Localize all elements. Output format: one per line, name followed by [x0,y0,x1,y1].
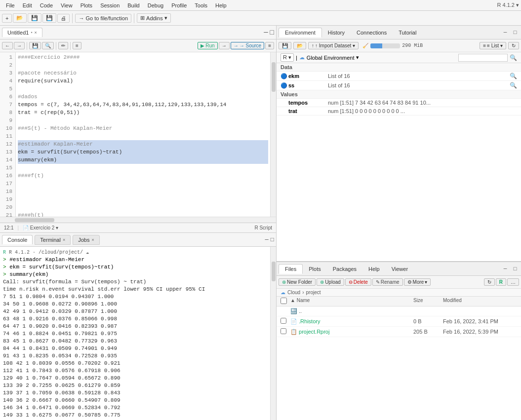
editor-scrollbar[interactable] [270,52,276,217]
console-content[interactable]: R R 4.1.2 · /cloud/project/ ☁ > #estimad… [0,247,276,420]
console-scroll-thumb[interactable] [272,262,276,281]
env-tab-tutorial[interactable]: Tutorial [393,28,422,37]
env-search-input[interactable] [458,54,508,62]
files-r-icon-button[interactable]: R [496,278,506,286]
files-tab-files[interactable]: Files [279,264,303,274]
ekm-search-icon[interactable]: 🔍 [510,73,517,79]
files-tab-help[interactable]: Help [362,265,386,273]
jobs-tab-close-icon[interactable]: × [91,237,94,242]
rproj-check[interactable] [281,328,290,335]
goto-file-button[interactable]: → Go to file/function [75,14,131,23]
rproj-link[interactable]: 📋 project.Rproj [290,329,413,335]
menu-session[interactable]: Session [96,1,123,9]
rename-button[interactable]: ✎ Rename [372,278,403,286]
upload-button[interactable]: ⊕ Upload [317,278,344,286]
rproj-icon: 📋 [290,329,297,335]
console-maximize-icon[interactable]: □ [271,236,274,243]
addins-button[interactable]: ⊞ Addins ▾ [137,13,171,23]
editor-menu-button[interactable]: ≡ [265,42,274,49]
env-tab-connections[interactable]: Connections [351,28,393,37]
files-refresh-button[interactable]: ↻ [484,278,495,286]
editor-content[interactable]: 12345678910111213141516171819202122 ####… [0,52,276,217]
r-scope-button[interactable]: R ▾ [281,53,294,62]
print-button[interactable]: 🖨 [57,14,70,23]
files-minimize-icon[interactable]: ─ [501,265,509,273]
terminal-tab-label: Terminal [40,237,61,243]
import-dataset-button[interactable]: ↑ ↑ Import Dataset ▾ [308,42,359,49]
broom-icon: 🧹 [362,43,368,49]
menu-build[interactable]: Build [123,1,143,9]
menu-help[interactable]: Help [211,1,231,9]
horizontal-scrollbar[interactable] [0,217,276,223]
console-scrollbar[interactable] [270,247,276,420]
header-checkbox[interactable] [281,298,287,304]
code-tools-button[interactable]: ✏ [58,42,68,49]
scroll-thumb[interactable] [272,62,276,92]
list-button[interactable]: ≡ [73,42,81,49]
editor-tab-untitled1[interactable]: Untitled1 • × [2,28,42,37]
run-button[interactable]: ▶ Run [198,42,218,49]
new-file-button[interactable]: + [2,14,12,23]
memory-display: 🧹 290 MiB [362,43,423,49]
editor-tab-close-icon[interactable]: × [35,30,37,35]
save-all-icon: 💾 [46,15,53,21]
source-button[interactable]: → → Source [231,42,264,49]
menu-tools[interactable]: Tools [191,1,211,9]
menu-debug[interactable]: Debug [144,1,167,9]
env-search-icon[interactable]: 🔍 [510,54,517,61]
console-output-line: 84 44 1 0.8431 0.0509 0.74901 0.949 [3,345,273,352]
undo-button[interactable]: ← [2,42,13,49]
files-tab-plots[interactable]: Plots [303,265,326,273]
ss-search-icon[interactable]: 🔍 [510,82,517,89]
trat-type: num [1:51] 0 0 0 0 0 0 0 0 0 0 ... [328,108,517,114]
delete-button[interactable]: ⊖ Delete [345,278,371,286]
files-tab-viewer[interactable]: Viewer [386,265,414,273]
trat-name: trat [288,108,328,114]
menu-code[interactable]: Code [36,1,57,9]
continue-button[interactable]: → [219,42,230,49]
console-path: R R 4.1.2 · /cloud/project/ ☁ [3,249,273,256]
save-button[interactable]: 💾 [28,13,41,23]
parent-folder-link[interactable]: 🔙 .. [290,308,413,314]
rproj-checkbox[interactable] [281,328,286,334]
console-tab-terminal[interactable]: Terminal × [35,235,71,245]
open-file-button[interactable]: 📂 [13,13,27,23]
parent-folder-icon: 🔙 [290,308,297,314]
console-tab-console[interactable]: Console [2,235,33,244]
env-tab-environment[interactable]: Environment [279,28,322,38]
terminal-tab-close-icon[interactable]: × [63,237,65,242]
files-maximize-icon[interactable]: □ [511,265,519,273]
menu-plots[interactable]: Plots [77,1,96,9]
editor-maximize-icon[interactable]: □ [270,29,274,37]
save-editor-button[interactable]: 💾 [29,42,41,49]
env-list-button[interactable]: ≡ ≡ List ▾ [480,42,506,49]
redo-button[interactable]: → [14,42,25,49]
rhistory-link[interactable]: 📄 .Rhistory [290,318,413,325]
env-maximize-icon[interactable]: □ [511,29,519,37]
env-save-button[interactable]: 💾 [279,42,291,49]
console-tab-jobs[interactable]: Jobs × [73,235,100,245]
menu-file[interactable]: File [2,1,19,9]
files-tab-packages[interactable]: Packages [327,265,362,273]
more-button[interactable]: ⚙ More ▾ [404,278,431,286]
console-cmd-3: > summary(ekm) [3,271,273,278]
env-minimize-icon[interactable]: ─ [501,29,509,37]
rhistory-checkbox[interactable] [281,318,286,324]
env-load-button[interactable]: 📂 [293,42,306,49]
tab-modified-dot: • [31,30,32,35]
menu-edit[interactable]: Edit [19,1,36,9]
rhistory-check[interactable] [281,318,290,325]
env-tab-history[interactable]: History [322,28,351,37]
code-lines[interactable]: ####Exercício 2#####pacote necessárioreq… [16,52,270,217]
menu-view[interactable]: View [57,1,77,9]
env-refresh-button[interactable]: ↻ [508,42,519,49]
console-minimize-icon[interactable]: ─ [265,236,269,243]
files-menu-button[interactable]: … [507,278,519,286]
new-folder-button[interactable]: ⊕ New Folder [279,278,316,286]
find-button[interactable]: 🔍 [42,42,54,49]
save-all-button[interactable]: 💾 [42,13,56,23]
menu-profile[interactable]: Profile [167,1,191,9]
h-scroll-thumb[interactable] [15,218,54,222]
cloud-scope-icon: ☁ [299,54,305,61]
editor-minimize-icon[interactable]: ─ [264,29,268,37]
